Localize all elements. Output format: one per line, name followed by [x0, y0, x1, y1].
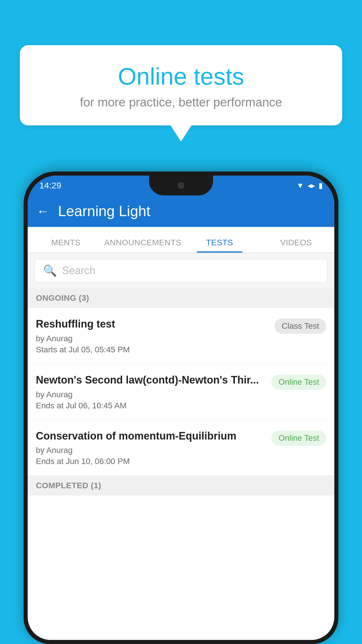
status-time: 14:29 [39, 181, 61, 190]
status-icons: ▼ ◂▸ ▮ [296, 181, 323, 190]
speech-bubble-container: Online tests for more practice, better p… [20, 45, 342, 125]
test-item-name: Newton's Second law(contd)-Newton's Thir… [36, 373, 267, 387]
search-icon: 🔍 [43, 264, 57, 277]
test-list: Reshuffling test by Anurag Starts at Jul… [28, 308, 334, 476]
tab-ments[interactable]: MENTS [28, 238, 104, 253]
tabs-bar: MENTS ANNOUNCEMENTS TESTS VIDEOS [28, 227, 334, 253]
notch [149, 176, 213, 195]
app-bar-title: Learning Light [58, 203, 150, 220]
phone-frame: 14:29 ▼ ◂▸ ▮ ← Learning Light MENTS ANNO… [24, 172, 338, 644]
completed-section-header: COMPLETED (1) [28, 476, 334, 496]
test-item-by: by Anurag [36, 334, 270, 343]
test-badge-online-2: Online Test [271, 430, 326, 446]
search-placeholder: Search [62, 265, 95, 277]
test-item-by: by Anurag [36, 390, 267, 399]
test-item-left: Conservation of momentum-Equilibrium by … [36, 429, 267, 466]
tab-tests[interactable]: TESTS [181, 238, 258, 253]
test-item[interactable]: Newton's Second law(contd)-Newton's Thir… [28, 364, 334, 420]
test-item-name: Reshuffling test [36, 317, 270, 331]
camera-dot [178, 182, 184, 189]
test-item[interactable]: Conservation of momentum-Equilibrium by … [28, 420, 334, 476]
test-badge-class: Class Test [275, 318, 326, 334]
speech-bubble-subtitle: for more practice, better performance [34, 95, 328, 109]
battery-icon: ▮ [319, 181, 323, 190]
phone-screen: 14:29 ▼ ◂▸ ▮ ← Learning Light MENTS ANNO… [28, 176, 334, 640]
test-item-name: Conservation of momentum-Equilibrium [36, 429, 267, 443]
test-item-date: Ends at Jun 10, 06:00 PM [36, 457, 267, 466]
test-badge-online: Online Test [271, 374, 326, 390]
app-bar: ← Learning Light [28, 195, 334, 227]
signal-icon: ◂▸ [307, 181, 315, 190]
tab-announcements[interactable]: ANNOUNCEMENTS [104, 238, 181, 253]
test-item-left: Reshuffling test by Anurag Starts at Jul… [36, 317, 270, 354]
test-item-date: Starts at Jul 05, 05:45 PM [36, 345, 270, 354]
test-item-by: by Anurag [36, 446, 267, 455]
test-item-left: Newton's Second law(contd)-Newton's Thir… [36, 373, 267, 410]
wifi-icon: ▼ [296, 181, 304, 190]
tab-videos[interactable]: VIDEOS [258, 238, 334, 253]
test-item-date: Ends at Jul 06, 10:45 AM [36, 401, 267, 410]
speech-bubble-title: Online tests [34, 63, 328, 90]
test-item[interactable]: Reshuffling test by Anurag Starts at Jul… [28, 308, 334, 364]
back-button[interactable]: ← [36, 204, 49, 218]
speech-bubble: Online tests for more practice, better p… [20, 45, 342, 125]
ongoing-section-header: ONGOING (3) [28, 288, 334, 308]
search-bar[interactable]: 🔍 Search [35, 259, 327, 282]
search-container: 🔍 Search [28, 253, 334, 288]
status-bar: 14:29 ▼ ◂▸ ▮ [28, 176, 334, 195]
